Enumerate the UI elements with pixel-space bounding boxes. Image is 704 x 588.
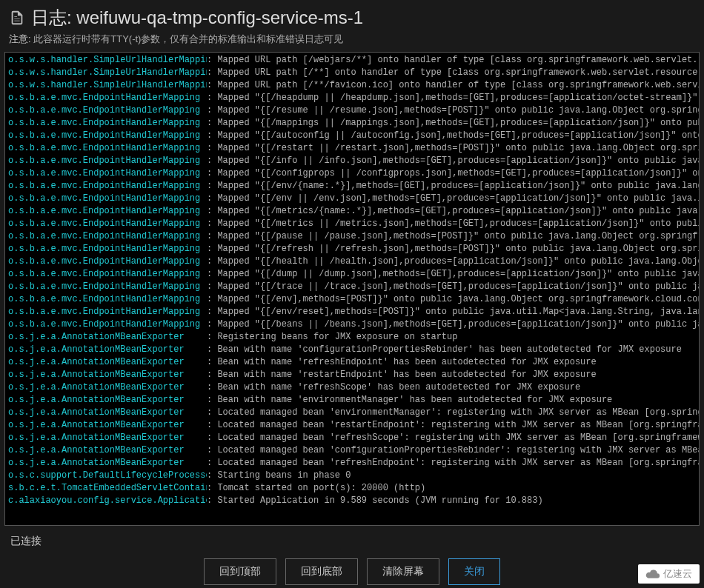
connection-status: 已连接 — [10, 535, 41, 547]
log-line: o.s.b.a.e.mvc.EndpointHandlerMapping : M… — [8, 255, 696, 268]
log-message: : Mapped "{[/dump || /dump.json],methods… — [207, 268, 700, 281]
log-message: : Mapped "{[/health || /health.json],pro… — [207, 255, 700, 268]
log-line: o.s.b.a.e.mvc.EndpointHandlerMapping : M… — [8, 268, 696, 281]
watermark-text: 亿速云 — [663, 567, 692, 581]
log-line: c.alaxiaoyou.config.service.Application … — [8, 495, 696, 507]
log-line: o.s.j.e.a.AnnotationMBeanExporter : Loca… — [8, 432, 696, 444]
notice-body: 此容器运行时带有TTY(-t)参数，仅有合并的标准输出和标准错误日志可见 — [33, 33, 343, 44]
log-message: : Mapped "{[/configprops || /configprops… — [207, 167, 700, 180]
log-message: : Mapped "{[/resume || /resume.json],met… — [207, 104, 700, 117]
log-source: o.s.b.a.e.mvc.EndpointHandlerMapping — [8, 104, 207, 117]
log-line: o.s.j.e.a.AnnotationMBeanExporter : Bean… — [8, 394, 696, 407]
log-line: o.s.b.a.e.mvc.EndpointHandlerMapping : M… — [8, 142, 696, 155]
log-source: o.s.b.a.e.mvc.EndpointHandlerMapping — [8, 218, 207, 230]
log-source: o.s.w.s.handler.SimpleUrlHandlerMapping — [8, 54, 207, 67]
log-message: : Mapped "{[/beans || /beans.json],metho… — [207, 318, 700, 331]
log-source: c.alaxiaoyou.config.service.Application — [8, 495, 207, 507]
log-message: : Tomcat started on port(s): 20000 (http… — [207, 482, 425, 495]
log-line: o.s.b.a.e.mvc.EndpointHandlerMapping : M… — [8, 155, 696, 167]
log-message: : Bean with name 'refreshScope' has been… — [207, 381, 580, 394]
log-line: o.s.b.a.e.mvc.EndpointHandlerMapping : M… — [8, 180, 696, 193]
log-message: : Bean with name 'configurationPropertie… — [207, 344, 682, 356]
log-viewer[interactable]: o.s.w.s.handler.SimpleUrlHandlerMapping … — [4, 52, 700, 526]
watermark: 亿速云 — [638, 564, 700, 584]
log-message: : Mapped "{[/env],methods=[POST]}" onto … — [207, 293, 700, 306]
clear-screen-button[interactable]: 清除屏幕 — [367, 558, 439, 585]
log-message: : Mapped "{[/env/{name:.*}],methods=[GET… — [207, 180, 700, 193]
log-source: o.s.b.a.e.mvc.EndpointHandlerMapping — [8, 92, 207, 104]
log-message: : Mapped URL path [/**] onto handler of … — [207, 67, 700, 79]
log-source: o.s.j.e.a.AnnotationMBeanExporter — [8, 369, 207, 381]
log-message: : Mapped "{[/refresh || /refresh.json],m… — [207, 243, 700, 255]
log-line: o.s.c.support.DefaultLifecycleProcessor … — [8, 470, 696, 482]
log-line: o.s.j.e.a.AnnotationMBeanExporter : Loca… — [8, 407, 696, 419]
log-message: : Bean with name 'restartEndpoint' has b… — [207, 369, 597, 381]
log-line: o.s.b.a.e.mvc.EndpointHandlerMapping : M… — [8, 130, 696, 142]
log-source: o.s.j.e.a.AnnotationMBeanExporter — [8, 394, 207, 407]
log-line: o.s.w.s.handler.SimpleUrlHandlerMapping … — [8, 54, 696, 67]
page-title: 日志: weifuwu-qa-tmp-config-service-ms-1 — [31, 6, 363, 30]
log-source: o.s.b.a.e.mvc.EndpointHandlerMapping — [8, 230, 207, 243]
log-line: o.s.j.e.a.AnnotationMBeanExporter : Loca… — [8, 419, 696, 432]
log-line: o.s.b.a.e.mvc.EndpointHandlerMapping : M… — [8, 104, 696, 117]
log-message: : Starting beans in phase 0 — [207, 470, 351, 482]
cloud-icon — [645, 569, 660, 579]
log-line: o.s.w.s.handler.SimpleUrlHandlerMapping … — [8, 79, 696, 92]
log-source: o.s.j.e.a.AnnotationMBeanExporter — [8, 457, 207, 470]
log-line: o.s.b.a.e.mvc.EndpointHandlerMapping : M… — [8, 293, 696, 306]
log-line: o.s.j.e.a.AnnotationMBeanExporter : Loca… — [8, 457, 696, 470]
log-message: : Located managed bean 'configurationPro… — [207, 444, 700, 457]
log-source: o.s.j.e.a.AnnotationMBeanExporter — [8, 444, 207, 457]
log-line: o.s.b.a.e.mvc.EndpointHandlerMapping : M… — [8, 281, 696, 293]
log-source: o.s.b.a.e.mvc.EndpointHandlerMapping — [8, 142, 207, 155]
log-message: : Located managed bean 'refreshScope': r… — [207, 432, 700, 444]
scroll-top-button[interactable]: 回到顶部 — [204, 558, 276, 585]
log-message: : Located managed bean 'refreshEndpoint'… — [207, 457, 700, 470]
log-message: : Mapped "{[/env/reset],methods=[POST]}"… — [207, 306, 700, 318]
log-message: : Started Application in 9.589 seconds (… — [207, 495, 543, 507]
log-line: o.s.j.e.a.AnnotationMBeanExporter : Regi… — [8, 331, 696, 344]
log-line: o.s.w.s.handler.SimpleUrlHandlerMapping … — [8, 67, 696, 79]
log-line: o.s.b.a.e.mvc.EndpointHandlerMapping : M… — [8, 117, 696, 130]
header: 日志: weifuwu-qa-tmp-config-service-ms-1 注… — [0, 0, 704, 49]
log-message: : Mapped "{[/info || /info.json],methods… — [207, 155, 700, 167]
log-line: o.s.b.a.e.mvc.EndpointHandlerMapping : M… — [8, 92, 696, 104]
log-message: : Mapped URL path [/**/favicon.ico] onto… — [207, 79, 700, 92]
log-source: o.s.w.s.handler.SimpleUrlHandlerMapping — [8, 79, 207, 92]
log-source: o.s.b.a.e.mvc.EndpointHandlerMapping — [8, 167, 207, 180]
log-source: o.s.j.e.a.AnnotationMBeanExporter — [8, 344, 207, 356]
log-message: : Located managed bean 'restartEndpoint'… — [207, 419, 700, 432]
log-source: o.s.j.e.a.AnnotationMBeanExporter — [8, 356, 207, 369]
log-line: o.s.j.e.a.AnnotationMBeanExporter : Loca… — [8, 444, 696, 457]
log-source: o.s.b.a.e.mvc.EndpointHandlerMapping — [8, 155, 207, 167]
log-line: o.s.b.a.e.mvc.EndpointHandlerMapping : M… — [8, 230, 696, 243]
log-line: o.s.b.a.e.mvc.EndpointHandlerMapping : M… — [8, 306, 696, 318]
log-line: o.s.j.e.a.AnnotationMBeanExporter : Bean… — [8, 381, 696, 394]
log-line: s.b.c.e.t.TomcatEmbeddedServletContainer… — [8, 482, 696, 495]
log-source: o.s.j.e.a.AnnotationMBeanExporter — [8, 407, 207, 419]
log-line: o.s.b.a.e.mvc.EndpointHandlerMapping : M… — [8, 243, 696, 255]
log-line: o.s.b.a.e.mvc.EndpointHandlerMapping : M… — [8, 218, 696, 230]
log-line: o.s.b.a.e.mvc.EndpointHandlerMapping : M… — [8, 193, 696, 205]
log-line: o.s.j.e.a.AnnotationMBeanExporter : Bean… — [8, 344, 696, 356]
log-source: o.s.b.a.e.mvc.EndpointHandlerMapping — [8, 268, 207, 281]
scroll-bottom-button[interactable]: 回到底部 — [285, 558, 358, 585]
log-source: o.s.b.a.e.mvc.EndpointHandlerMapping — [8, 205, 207, 218]
log-message: : Mapped "{[/restart || /restart.json],m… — [207, 142, 700, 155]
close-button[interactable]: 关闭 — [448, 558, 500, 585]
log-source: o.s.b.a.e.mvc.EndpointHandlerMapping — [8, 293, 207, 306]
log-source: o.s.b.a.e.mvc.EndpointHandlerMapping — [8, 318, 207, 331]
log-line: o.s.b.a.e.mvc.EndpointHandlerMapping : M… — [8, 205, 696, 218]
log-source: o.s.j.e.a.AnnotationMBeanExporter — [8, 432, 207, 444]
document-icon — [9, 10, 25, 26]
log-source: o.s.b.a.e.mvc.EndpointHandlerMapping — [8, 180, 207, 193]
log-source: o.s.j.e.a.AnnotationMBeanExporter — [8, 331, 207, 344]
log-line: o.s.j.e.a.AnnotationMBeanExporter : Bean… — [8, 369, 696, 381]
log-message: : Bean with name 'environmentManager' ha… — [207, 394, 612, 407]
log-message: : Mapped "{[/trace || /trace.json],metho… — [207, 281, 700, 293]
status-bar: 已连接 — [0, 529, 704, 554]
log-message: : Bean with name 'refreshEndpoint' has b… — [207, 356, 597, 369]
log-message: : Mapped "{[/metrics || /metrics.json],m… — [207, 218, 700, 230]
log-source: o.s.j.e.a.AnnotationMBeanExporter — [8, 419, 207, 432]
log-message: : Mapped "{[/env || /env.json],methods=[… — [207, 193, 700, 205]
